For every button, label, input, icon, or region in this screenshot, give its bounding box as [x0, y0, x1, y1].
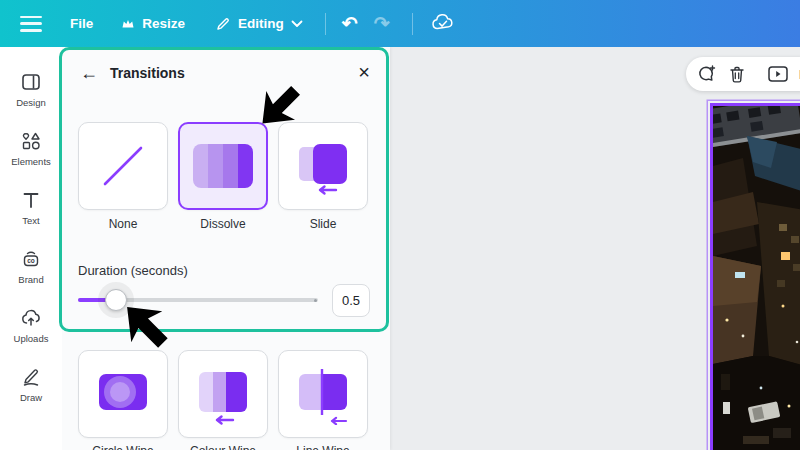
uploads-icon	[20, 307, 42, 329]
sidebar-item-text[interactable]: Text	[0, 178, 62, 237]
resize-label: Resize	[142, 16, 185, 31]
sidebar-item-label: Draw	[20, 392, 42, 403]
none-transition-icon	[93, 136, 153, 196]
duration-value-input[interactable]: 0.5	[332, 284, 370, 317]
transition-label-slide: Slide	[278, 217, 368, 231]
brand-icon: co	[20, 248, 42, 270]
topbar-divider	[412, 13, 413, 35]
topbar-divider	[325, 13, 326, 35]
transition-label-dissolve: Dissolve	[178, 217, 268, 231]
svg-text:co: co	[27, 257, 35, 264]
close-icon[interactable]: ×	[358, 62, 370, 82]
redo-button[interactable]: ↷	[374, 14, 390, 33]
sidebar-item-uploads[interactable]: Uploads	[0, 296, 62, 355]
page-actions-toolbar: E	[686, 57, 800, 91]
sidebar-item-label: Elements	[11, 156, 51, 167]
sidebar-item-label: Text	[22, 215, 39, 226]
sidebar-item-brand[interactable]: co Brand	[0, 237, 62, 296]
undo-button[interactable]: ↶	[342, 14, 358, 33]
resize-button[interactable]: Resize	[121, 16, 185, 31]
back-arrow-icon[interactable]: ←	[80, 63, 98, 84]
trash-icon[interactable]	[728, 65, 746, 84]
top-bar: File Resize Editing ↶ ↷	[0, 0, 800, 47]
pencil-icon	[215, 16, 231, 32]
design-icon	[20, 71, 42, 93]
selected-video-page[interactable]	[710, 103, 800, 450]
line-wipe-transition-icon	[292, 363, 354, 425]
editing-mode-label: Editing	[238, 16, 284, 31]
circle-wipe-transition-icon	[92, 363, 154, 425]
sidebar-item-draw[interactable]: Draw	[0, 355, 62, 414]
editing-mode-dropdown[interactable]: Editing	[215, 16, 303, 32]
cloud-sync-icon[interactable]	[431, 13, 455, 34]
file-menu-label: File	[70, 16, 93, 31]
video-edit-icon[interactable]	[768, 66, 788, 82]
night-city-video-thumbnail	[713, 106, 800, 450]
panel-title: Transitions	[110, 65, 185, 81]
transition-label-none: None	[78, 217, 168, 231]
slider-thumb[interactable]	[105, 289, 127, 311]
sidebar-item-label: Uploads	[14, 333, 49, 344]
file-menu-button[interactable]: File	[70, 16, 93, 31]
panel-header: ← Transitions ×	[62, 61, 390, 91]
sidebar-item-label: Design	[16, 97, 46, 108]
duration-label: Duration (seconds)	[78, 263, 188, 278]
transition-option-dissolve[interactable]	[178, 122, 268, 210]
comment-icon[interactable]	[697, 64, 717, 84]
sidebar-item-label: Brand	[18, 274, 43, 285]
transition-option-slide[interactable]	[278, 122, 368, 210]
slide-transition-icon	[292, 135, 354, 197]
transition-option-line-wipe[interactable]	[278, 350, 368, 438]
crown-icon	[121, 18, 135, 30]
duration-slider[interactable]	[78, 287, 318, 313]
object-panel-sidebar: Design Elements Text co Brand	[0, 47, 62, 450]
slider-end-marker	[314, 299, 317, 302]
transition-option-none[interactable]	[78, 122, 168, 210]
canva-editor: File Resize Editing ↶ ↷	[0, 0, 800, 450]
transitions-panel: ← Transitions × None Dissolve Slide Du	[62, 47, 390, 450]
dissolve-transition-icon	[193, 144, 253, 188]
transition-option-colour-wipe[interactable]	[178, 350, 268, 438]
sidebar-item-elements[interactable]: Elements	[0, 119, 62, 178]
sidebar-item-design[interactable]: Design	[0, 60, 62, 119]
colour-wipe-transition-icon	[192, 363, 254, 425]
transition-label-line-wipe: Line Wipe	[278, 444, 368, 450]
elements-icon	[20, 130, 42, 152]
transition-option-circle-wipe[interactable]	[78, 350, 168, 438]
hamburger-menu-icon[interactable]	[20, 16, 42, 32]
transition-label-colour-wipe: Colour Wipe	[178, 444, 268, 450]
chevron-down-icon	[291, 20, 303, 28]
draw-icon	[20, 366, 42, 388]
transition-label-circle-wipe: Circle Wipe	[78, 444, 168, 450]
text-icon	[20, 189, 42, 211]
